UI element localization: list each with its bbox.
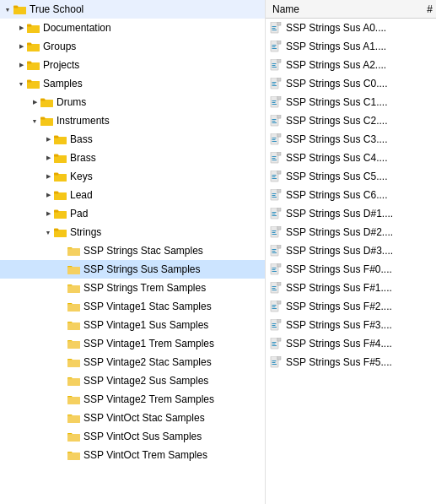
audio-file-icon [269,208,283,219]
tree-item-label: Keys [70,171,93,182]
folder-icon [54,171,67,182]
folder-icon [54,227,67,238]
tree-item-label: SSP Vintage1 Trem Samples [83,338,214,350]
tree-item-label: True School [30,3,83,15]
folder-icon [67,431,81,442]
list-item[interactable]: SSP Strings Sus A2.... [266,56,436,74]
svg-rect-155 [271,189,278,200]
tree-item-ssp-v1-sus[interactable]: SSP Vintage1 Sus Samples [0,316,265,334]
tree-item-ssp-stac[interactable]: SSP Strings Stac Samples [0,241,265,260]
svg-rect-213 [272,362,276,363]
list-item[interactable]: SSP Strings Sus A0.... [266,19,436,37]
svg-rect-165 [272,214,276,214]
svg-rect-123 [272,84,276,84]
svg-rect-166 [272,215,277,216]
folder-icon [40,116,54,127]
tree-item-strings[interactable]: ▼ Strings [0,223,265,241]
svg-rect-153 [272,176,276,177]
list-item[interactable]: SSP Strings Sus C4.... [266,149,436,167]
tree-item-projects[interactable]: ▶ Projects [0,56,265,74]
svg-rect-184 [272,271,277,272]
list-item[interactable]: SSP Strings Sus C0.... [266,74,436,93]
chevron-icon: ▼ [29,118,40,124]
tree-item-ssp-vo-trem[interactable]: SSP VintOct Trem Samples [0,446,265,464]
tree-item-lead[interactable]: ▶ Lead [0,186,265,204]
svg-rect-85 [67,360,80,367]
list-item[interactable]: SSP Strings Sus F#5.... [266,353,436,371]
folder-icon [54,134,67,145]
tree-item-keys[interactable]: ▶ Keys [0,167,265,186]
tree-item-label: SSP Vintage2 Sus Samples [83,375,208,387]
svg-rect-130 [272,104,277,105]
tree-item-label: Strings [70,226,101,238]
tree-item-true-school[interactable]: ▼ True School [0,0,265,19]
tree-item-ssp-vo-sus[interactable]: SSP VintOct Sus Samples [0,427,265,446]
folder-icon [67,320,81,331]
file-list[interactable]: Name # SSP Strings Sus A0.... SSP String… [266,0,436,504]
tree-item-drums[interactable]: ▶ Drums [0,93,265,111]
svg-rect-70 [67,267,80,274]
tree-item-samples[interactable]: ▼ Samples [0,74,265,93]
tree-item-pad[interactable]: ▶ Pad [0,204,265,223]
list-item[interactable]: SSP Strings Sus F#1.... [266,279,436,297]
file-name-label: SSP Strings Sus D#2.... [286,226,393,238]
hash-column-header: # [416,3,433,15]
tree-item-instruments[interactable]: ▼ Instruments [0,111,265,130]
svg-rect-64 [54,229,59,231]
chevron-icon: ▶ [15,62,27,68]
tree-item-ssp-v1-trem[interactable]: SSP Vintage1 Trem Samples [0,334,265,353]
svg-rect-113 [271,59,278,70]
chevron-icon: ▶ [42,173,54,180]
tree-item-ssp-vo-stac[interactable]: SSP VintOct Stac Samples [0,409,265,427]
chevron-icon: ▶ [15,43,27,50]
svg-rect-116 [272,63,277,64]
svg-rect-34 [40,117,46,120]
list-item[interactable]: SSP Strings Sus C5.... [266,167,436,186]
svg-rect-79 [67,322,80,330]
tree-item-ssp-v2-trem[interactable]: SSP Vintage2 Trem Samples [0,390,265,409]
audio-file-icon [269,338,283,350]
tree-item-ssp-v2-stac[interactable]: SSP Vintage2 Stac Samples [0,353,265,371]
file-tree[interactable]: ▼ True School▶ Documentation▶ Groups▶ Pr… [0,0,266,504]
svg-rect-157 [277,189,281,192]
svg-rect-106 [272,30,277,30]
svg-rect-187 [277,282,281,285]
list-item[interactable]: SSP Strings Sus C1.... [266,93,436,111]
svg-rect-127 [277,96,281,100]
list-item[interactable]: SSP Strings Sus D#1.... [266,204,436,223]
svg-rect-190 [272,290,277,290]
list-item[interactable]: SSP Strings Sus C3.... [266,130,436,149]
svg-rect-201 [272,325,276,326]
tree-item-bass[interactable]: ▶ Bass [0,130,265,149]
list-item[interactable]: SSP Strings Sus F#4.... [266,334,436,353]
tree-item-documentation[interactable]: ▶ Documentation [0,19,265,37]
list-item[interactable]: SSP Strings Sus F#0.... [266,260,436,279]
svg-rect-139 [277,133,281,137]
svg-rect-143 [271,152,278,163]
svg-rect-118 [272,67,277,68]
svg-rect-154 [272,178,277,179]
tree-item-ssp-v2-sus[interactable]: SSP Vintage2 Sus Samples [0,371,265,390]
tree-item-groups[interactable]: ▶ Groups [0,37,265,56]
list-item[interactable]: SSP Strings Sus C6.... [266,186,436,204]
svg-rect-142 [272,141,277,142]
tree-item-brass[interactable]: ▶ Brass [0,149,265,167]
svg-rect-24 [27,80,32,83]
list-item[interactable]: SSP Strings Sus F#2.... [266,297,436,316]
tree-item-label: Brass [70,152,96,164]
tree-item-ssp-sus[interactable]: SSP Strings Sus Samples [0,260,265,279]
svg-rect-172 [272,234,277,235]
list-item[interactable]: SSP Strings Sus F#3.... [266,316,436,334]
svg-rect-200 [272,323,277,324]
list-item[interactable]: SSP Strings Sus C2.... [266,111,436,130]
list-item[interactable]: SSP Strings Sus A1.... [266,37,436,56]
tree-item-ssp-v1-stac[interactable]: SSP Vintage1 Stac Samples [0,297,265,316]
audio-file-icon [269,152,283,164]
list-item[interactable]: SSP Strings Sus D#2.... [266,223,436,241]
name-column-header: Name [269,3,416,15]
file-name-label: SSP Strings Sus F#2.... [286,301,392,312]
tree-item-ssp-trem[interactable]: SSP Strings Trem Samples [0,279,265,297]
folder-icon [67,246,81,257]
list-item[interactable]: SSP Strings Sus D#3.... [266,241,436,260]
tree-item-label: Documentation [43,22,111,34]
